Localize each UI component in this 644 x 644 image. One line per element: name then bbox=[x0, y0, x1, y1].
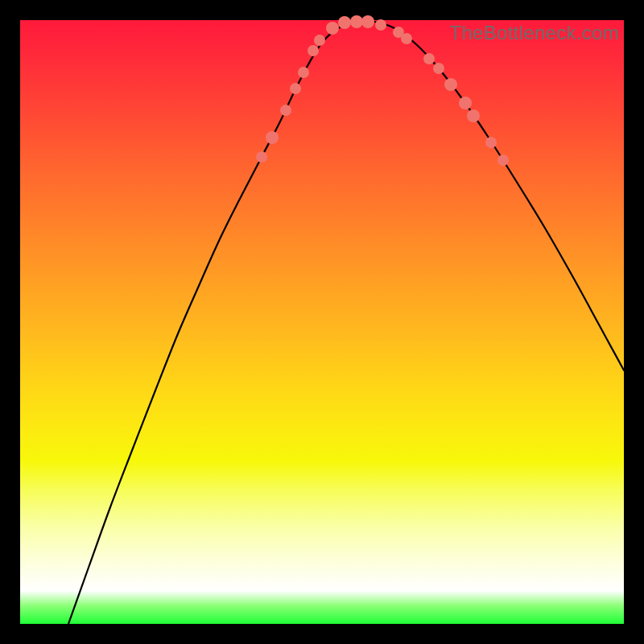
curve-dot bbox=[298, 67, 309, 78]
curve-dot bbox=[314, 35, 325, 46]
bottleneck-curve-svg bbox=[20, 20, 624, 624]
curve-dot bbox=[444, 78, 457, 91]
curve-dot bbox=[326, 22, 339, 35]
curve-dot bbox=[256, 151, 267, 163]
plot-area: TheBottleneck.com bbox=[20, 20, 624, 624]
curve-dot bbox=[485, 137, 497, 148]
curve-dot bbox=[308, 45, 319, 56]
curve-dot bbox=[361, 15, 374, 28]
curve-dot bbox=[350, 15, 363, 28]
curve-dot bbox=[280, 105, 291, 116]
curve-dot bbox=[266, 131, 279, 144]
curve-dot bbox=[497, 155, 509, 166]
bottleneck-curve-path bbox=[68, 21, 624, 624]
curve-dots-group bbox=[256, 15, 509, 166]
curve-dot bbox=[338, 16, 351, 29]
curve-dot bbox=[290, 83, 301, 94]
curve-dot bbox=[423, 53, 435, 64]
curve-dot bbox=[433, 63, 444, 74]
curve-dot bbox=[375, 19, 386, 31]
chart-frame: TheBottleneck.com bbox=[0, 0, 644, 644]
curve-dot bbox=[401, 33, 412, 44]
curve-dot bbox=[459, 97, 472, 109]
curve-dot bbox=[467, 109, 480, 122]
